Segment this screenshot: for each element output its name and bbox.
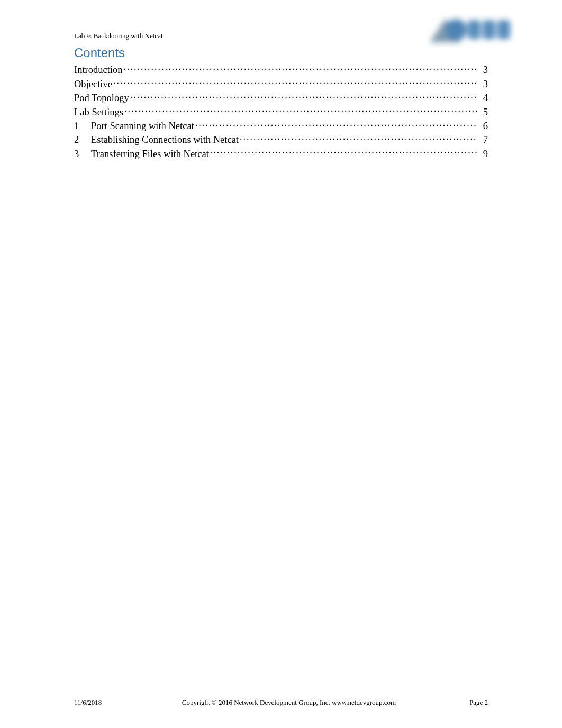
svg-rect-2	[483, 20, 495, 39]
toc-leader	[195, 119, 477, 129]
footer-page: Page 2	[456, 698, 488, 707]
toc-leader	[130, 90, 477, 101]
page-footer: 11/6/2018 Copyright © 2016 Network Devel…	[74, 698, 488, 707]
toc-num: 1	[74, 120, 91, 132]
svg-rect-3	[497, 20, 510, 39]
toc-title: Lab Settings	[74, 106, 124, 119]
footer-date: 11/6/2018	[74, 698, 122, 707]
toc-entry[interactable]: Objective 3	[74, 76, 488, 90]
toc-entry[interactable]: 1 Port Scanning with Netcat 6	[74, 119, 488, 132]
contents-heading: Contents	[74, 46, 488, 60]
toc-entry[interactable]: Lab Settings 5	[74, 104, 488, 118]
toc-title: Introduction	[74, 63, 123, 76]
toc-leader	[123, 62, 477, 73]
toc-leader	[124, 104, 477, 115]
page-header: Lab 9: Backdooring with Netcat	[74, 32, 488, 40]
toc-title: Port Scanning with Netcat	[91, 120, 195, 132]
toc-entry[interactable]: 2 Establishing Connections with Netcat 7	[74, 132, 488, 146]
toc-leader	[210, 146, 477, 157]
toc-num: 2	[74, 133, 91, 146]
toc-title: Establishing Connections with Netcat	[91, 133, 240, 146]
toc-page: 5	[477, 106, 488, 119]
toc-page: 3	[477, 63, 488, 76]
toc-entry[interactable]: Introduction 3	[74, 62, 488, 76]
svg-point-0	[446, 19, 467, 40]
toc-leader	[113, 76, 477, 87]
lab-label: Lab 9: Backdooring with Netcat	[74, 32, 163, 40]
toc-entry[interactable]: Pod Topology 4	[74, 90, 488, 104]
toc-title: Objective	[74, 78, 113, 90]
brand-logo	[430, 11, 520, 48]
toc-title: Pod Topology	[74, 92, 130, 104]
toc-entry[interactable]: 3 Transferring Files with Netcat 9	[74, 146, 488, 160]
toc-page: 9	[477, 148, 488, 160]
footer-copyright: Copyright © 2016 Network Development Gro…	[122, 698, 456, 707]
toc-page: 6	[477, 120, 488, 132]
toc-title: Transferring Files with Netcat	[91, 148, 210, 160]
toc-page: 7	[477, 133, 488, 146]
svg-rect-1	[468, 20, 481, 39]
table-of-contents: Introduction 3 Objective 3 Pod Topology …	[74, 62, 488, 160]
toc-num: 3	[74, 148, 91, 160]
toc-page: 3	[477, 78, 488, 90]
toc-leader	[240, 132, 477, 143]
toc-page: 4	[477, 92, 488, 104]
